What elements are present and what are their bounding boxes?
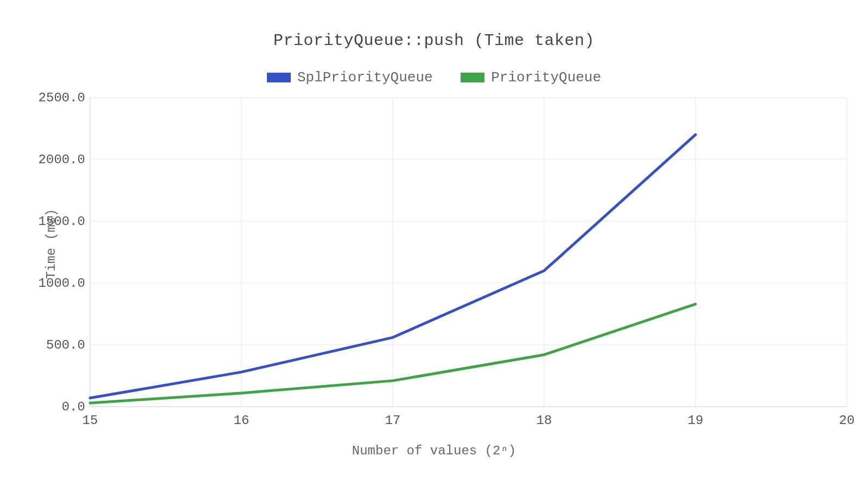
legend-swatch-priorityqueue xyxy=(461,73,484,82)
plot-area: 0.0500.01000.01500.02000.02500.015161718… xyxy=(90,98,847,407)
chart-legend: SplPriorityQueue PriorityQueue xyxy=(0,69,868,87)
y-tick-label: 2500.0 xyxy=(31,91,85,105)
x-tick-label: 20 xyxy=(839,413,855,428)
y-tick-label: 1500.0 xyxy=(31,214,85,229)
x-tick-label: 16 xyxy=(234,413,250,428)
y-tick-label: 2000.0 xyxy=(31,152,85,167)
chart-title: PriorityQueue::push (Time taken) xyxy=(0,31,868,50)
y-tick-label: 500.0 xyxy=(31,338,85,352)
legend-swatch-splpriorityqueue xyxy=(267,73,291,82)
legend-label-priorityqueue: PriorityQueue xyxy=(491,69,601,86)
plot-svg xyxy=(90,98,847,407)
y-tick-label: 0.0 xyxy=(31,400,85,414)
legend-item-priorityqueue: PriorityQueue xyxy=(461,69,601,86)
x-tick-label: 19 xyxy=(688,413,704,428)
y-tick-label: 1000.0 xyxy=(31,276,85,291)
legend-item-splpriorityqueue: SplPriorityQueue xyxy=(267,69,433,86)
legend-label-splpriorityqueue: SplPriorityQueue xyxy=(297,69,433,86)
x-tick-label: 18 xyxy=(537,413,552,428)
x-tick-label: 17 xyxy=(385,413,401,428)
chart-container: PriorityQueue::push (Time taken) SplPrio… xyxy=(0,0,868,488)
x-axis-label: Number of values (2ⁿ) xyxy=(0,444,868,458)
x-tick-label: 15 xyxy=(82,413,98,428)
